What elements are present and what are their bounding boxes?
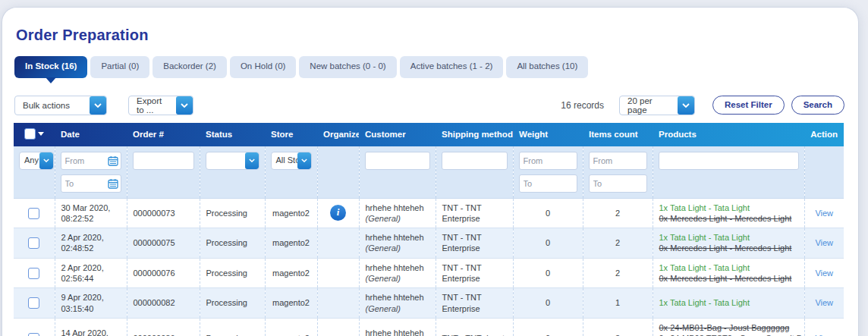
search-button[interactable]: Search: [791, 96, 844, 115]
order-preparation-window: Order Preparation In Stock (16)Partial (…: [2, 7, 859, 336]
product-line: 0x 24-MB01-Bag - Joust Bagggggg: [659, 322, 798, 333]
calendar-icon[interactable]: [108, 155, 118, 166]
organizer-info-icon[interactable]: i: [330, 205, 346, 221]
tab-in-stock-16[interactable]: In Stock (16): [14, 56, 87, 78]
row-checkbox[interactable]: [28, 268, 39, 279]
filter-order-cell: [127, 146, 200, 199]
bulk-actions-select[interactable]: Bulk actions: [14, 96, 107, 115]
column-header-products[interactable]: Products: [653, 123, 804, 146]
organizer-cell: [317, 288, 359, 319]
customer-store-view: (General): [366, 213, 429, 224]
row-checkbox[interactable]: [28, 297, 39, 309]
selection-mode-label: Any: [20, 152, 39, 169]
selection-mode-select[interactable]: Any: [19, 152, 54, 170]
select-all-checkbox[interactable]: [24, 128, 36, 140]
product-line: 1x Tata Light - Tata Light: [659, 262, 798, 273]
customer-cell: hrhehe hhteheh(General): [359, 198, 436, 228]
weight-cell: 0: [513, 288, 583, 319]
date-cell: 30 Mar 2020, 08:22:52: [55, 198, 127, 228]
row-checkbox[interactable]: [28, 237, 39, 249]
filter-store-cell: All Store View: [265, 146, 317, 199]
items-to-input[interactable]: [589, 174, 647, 193]
column-header-action: Action: [804, 123, 844, 146]
column-header-customer[interactable]: Customer: [359, 123, 436, 146]
chevron-down-icon: [297, 152, 311, 169]
customer-input[interactable]: [365, 152, 430, 170]
view-link[interactable]: View: [815, 238, 833, 247]
shipping-method-input[interactable]: [442, 152, 508, 170]
status-cell: Processing: [200, 258, 265, 288]
customer-store-view: (General): [366, 273, 429, 284]
store-cell: magento2: [265, 288, 317, 319]
status-select[interactable]: [206, 152, 259, 170]
per-page-select[interactable]: 20 per page: [619, 96, 695, 115]
table-row: 2 Apr 2020, 02:48:52000000075Processingm…: [14, 228, 844, 259]
weight-cell: 0: [513, 198, 583, 228]
tab-backorder-2[interactable]: Backorder (2): [153, 56, 227, 78]
products-cell: 1x Tata Light - Tata Light0x Mercedes Li…: [653, 198, 804, 228]
products-cell: 1x Tata Light - Tata Light0x Mercedes Li…: [653, 258, 804, 288]
items-from-input[interactable]: [589, 152, 647, 170]
row-select-cell: [14, 198, 55, 228]
orders-table: Date Order # Status Store Organizer Cust…: [14, 123, 844, 336]
column-header-date[interactable]: Date: [55, 123, 127, 146]
export-to-select[interactable]: Export to ...: [128, 96, 193, 115]
shipping-method-cell: TNT - TNT Enterprise: [436, 258, 513, 288]
weight-from-input[interactable]: [519, 152, 577, 170]
filter-customer-cell: [359, 146, 436, 199]
tab-partial-0[interactable]: Partial (0): [90, 56, 149, 78]
table-body: 30 Mar 2020, 08:22:52000000073Processing…: [14, 198, 844, 336]
toolbar: Bulk actions Export to ... 16 records 20…: [14, 96, 844, 115]
filter-status-cell: [200, 146, 265, 199]
shipping-method-cell: TNT - TNT Enterprise: [436, 198, 513, 228]
view-link[interactable]: View: [815, 298, 833, 307]
reset-filter-button[interactable]: Reset Filter: [712, 96, 785, 115]
select-options-caret-icon[interactable]: [38, 132, 44, 139]
tab-on-hold-0[interactable]: On Hold (0): [230, 56, 296, 78]
tab-new-batches-0-0[interactable]: New batches (0 - 0): [299, 56, 396, 78]
action-cell: View: [804, 258, 844, 288]
chevron-down-icon: [39, 152, 53, 169]
weight-cell: 0: [513, 258, 583, 288]
calendar-icon[interactable]: [108, 178, 118, 189]
product-line: 0x Mercedes Light - Mercedes Light: [659, 273, 798, 284]
items-count-cell: 1: [583, 288, 653, 319]
chevron-down-icon: [176, 96, 193, 115]
tab-all-batches-10[interactable]: All batches (10): [506, 56, 588, 78]
organizer-cell: [317, 318, 359, 336]
table-row: 30 Mar 2020, 08:22:52000000073Processing…: [14, 198, 844, 228]
chevron-down-icon: [245, 152, 259, 169]
row-checkbox[interactable]: [28, 333, 39, 336]
column-header-shipping-method[interactable]: Shipping method: [436, 123, 513, 146]
view-link[interactable]: View: [815, 268, 833, 278]
organizer-cell: [317, 228, 359, 259]
row-checkbox[interactable]: [28, 208, 39, 219]
product-line: 0x Mercedes Light - Mercedes Light: [659, 213, 798, 224]
column-header-items-count[interactable]: Items count: [583, 123, 653, 146]
date-cell: 2 Apr 2020, 02:56:44: [55, 258, 127, 288]
shipping-method-cell: TNT - TNT Enterprise: [436, 228, 513, 259]
customer-store-view: (General): [366, 303, 429, 314]
column-header-status[interactable]: Status: [200, 123, 265, 146]
store-view-select[interactable]: All Store View: [271, 152, 312, 170]
column-header-weight[interactable]: Weight: [513, 123, 583, 146]
weight-to-input[interactable]: [519, 174, 577, 193]
store-view-label: All Store View: [272, 152, 297, 169]
tab-active-batches-1-2[interactable]: Active batches (1 - 2): [400, 56, 504, 78]
column-header-store[interactable]: Store: [265, 123, 317, 146]
order-number-input[interactable]: [133, 152, 194, 170]
per-page-label: 20 per page: [620, 96, 678, 115]
customer-cell: hrhehe hhteheh(General): [359, 288, 436, 319]
bulk-actions-label: Bulk actions: [15, 96, 90, 115]
product-line: 0x Mercedes Light - Mercedes Light: [659, 243, 798, 253]
action-cell: View: [804, 228, 844, 259]
filter-select-mode-cell: Any: [14, 146, 55, 199]
view-link[interactable]: View: [815, 209, 833, 218]
column-header-order[interactable]: Order #: [127, 123, 200, 146]
column-header-organizer[interactable]: Organizer: [317, 123, 359, 146]
products-input[interactable]: [659, 152, 799, 170]
product-line: 1x Tata Light - Tata Light: [659, 297, 798, 308]
weight-cell: 0: [513, 228, 583, 259]
page-title: Order Preparation: [16, 27, 858, 44]
status-cell: Processing: [200, 288, 265, 319]
